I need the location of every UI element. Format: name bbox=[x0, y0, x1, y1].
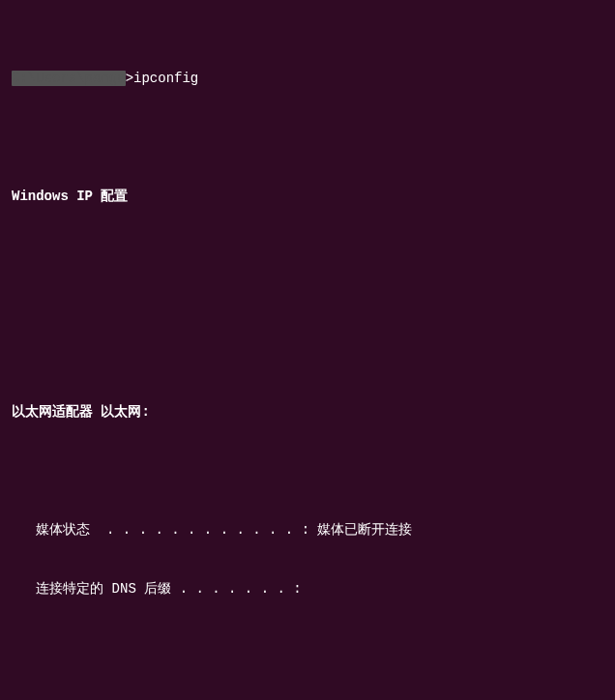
prompt-line: C:\Users\panga>ipconfig bbox=[12, 69, 603, 88]
prompt-path: C:\Users\panga bbox=[12, 71, 126, 86]
ipconfig-header: Windows IP 配置 bbox=[12, 187, 603, 206]
field-label: 媒体状态 . . . . . . . . . . . . : bbox=[36, 522, 309, 538]
command: ipconfig bbox=[133, 71, 198, 86]
adapter-title: 以太网适配器 以太网: bbox=[12, 402, 603, 422]
field-value: 媒体已断开连接 bbox=[309, 522, 412, 538]
adapter-line: 连接特定的 DNS 后缀 . . . . . . . : bbox=[12, 579, 603, 598]
field-label: 连接特定的 DNS 后缀 . . . . . . . : bbox=[36, 581, 301, 597]
prompt-separator: > bbox=[126, 71, 133, 86]
adapter-line: 媒体状态 . . . . . . . . . . . . : 媒体已断开连接 bbox=[12, 520, 603, 540]
terminal-window: C:\Users\panga>ipconfig Windows IP 配置 以太… bbox=[0, 0, 615, 700]
